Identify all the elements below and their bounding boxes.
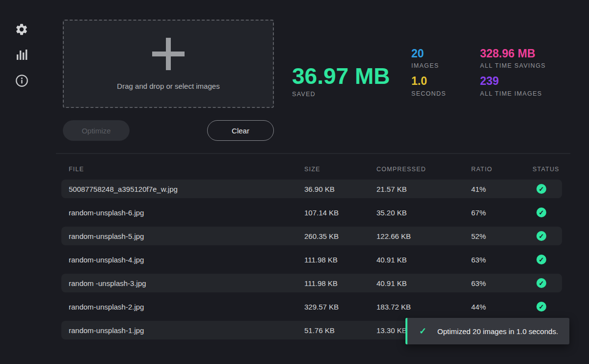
sidebar-button-settings[interactable] bbox=[14, 22, 29, 37]
bar-chart-icon bbox=[15, 49, 28, 61]
table-header-row: FILE SIZE COMPRESSED RATIO STATUS bbox=[61, 166, 562, 180]
table-header-size: SIZE bbox=[304, 166, 376, 173]
status-check-icon: ✓ bbox=[536, 208, 546, 217]
cell-compressed: 21.57 KB bbox=[376, 185, 471, 193]
cell-size: 260.35 KB bbox=[304, 232, 376, 240]
stat-images-value: 20 bbox=[411, 48, 446, 60]
table-row: random-unsplash-4.jpg 111.98 KB 40.91 KB… bbox=[61, 250, 562, 269]
cell-size: 107.14 KB bbox=[304, 208, 376, 217]
stat-column-alltime: 328.96 MB ALL TIME SAVINGS 239 ALL TIME … bbox=[480, 48, 546, 103]
table-row: random -unsplash-3.jpg 111.98 KB 40.91 K… bbox=[61, 274, 562, 292]
table-row: random-unsplash-6.jpg 107.14 KB 35.20 KB… bbox=[61, 203, 562, 222]
table-row: 50087758248_a395120f7e_w.jpg 36.90 KB 21… bbox=[61, 180, 562, 198]
stat-alltime-savings-value: 328.96 MB bbox=[480, 48, 546, 60]
table-header-status: STATUS bbox=[533, 166, 562, 173]
status-check-icon: ✓ bbox=[536, 278, 546, 288]
toast-notification: ✓ Optimized 20 images in 1.0 seconds. bbox=[405, 318, 569, 344]
cell-compressed: 40.91 KB bbox=[376, 256, 471, 264]
cell-ratio: 41% bbox=[471, 185, 533, 193]
status-check-icon: ✓ bbox=[536, 184, 546, 194]
dropzone[interactable]: Drag and drop or select images bbox=[63, 20, 274, 108]
sidebar-button-about[interactable] bbox=[14, 73, 29, 88]
plus-icon bbox=[152, 38, 185, 72]
stat-seconds-label: SECONDS bbox=[411, 90, 446, 97]
table-row: random-unsplash-2.jpg 329.57 KB 183.72 K… bbox=[61, 297, 562, 316]
cell-size: 111.98 KB bbox=[304, 279, 376, 287]
cell-size: 51.76 KB bbox=[304, 326, 376, 335]
info-icon bbox=[15, 74, 28, 87]
cell-compressed: 122.66 KB bbox=[376, 232, 471, 240]
stat-saved: 36.97 MB SAVED bbox=[292, 64, 390, 98]
cell-ratio: 67% bbox=[471, 208, 533, 217]
stat-saved-label: SAVED bbox=[292, 91, 390, 98]
sidebar bbox=[14, 22, 29, 88]
table-header-file: FILE bbox=[61, 166, 304, 173]
cell-file: random-unsplash-6.jpg bbox=[61, 208, 304, 217]
stat-images-label: IMAGES bbox=[411, 62, 446, 69]
toast-message: Optimized 20 images in 1.0 seconds. bbox=[437, 327, 558, 336]
cell-ratio: 63% bbox=[471, 279, 533, 287]
cell-file: random -unsplash-3.jpg bbox=[61, 279, 304, 287]
stat-alltime-savings-label: ALL TIME SAVINGS bbox=[480, 62, 546, 69]
stat-saved-value: 36.97 MB bbox=[292, 64, 390, 88]
cell-compressed: 35.20 KB bbox=[376, 208, 471, 217]
dropzone-label: Drag and drop or select images bbox=[117, 82, 219, 90]
stat-alltime-images-value: 239 bbox=[480, 75, 546, 87]
cell-file: random-unsplash-1.jpg bbox=[61, 326, 304, 335]
cell-file: random-unsplash-4.jpg bbox=[61, 256, 304, 264]
section-divider bbox=[56, 153, 570, 154]
stat-alltime-images-label: ALL TIME IMAGES bbox=[480, 90, 546, 97]
cell-size: 111.98 KB bbox=[304, 256, 376, 264]
gear-icon bbox=[15, 23, 28, 36]
status-check-icon: ✓ bbox=[536, 255, 546, 264]
cell-size: 36.90 KB bbox=[304, 185, 376, 193]
cell-file: random-unsplash-5.jpg bbox=[61, 232, 304, 240]
clear-button[interactable]: Clear bbox=[207, 120, 274, 141]
toast-check-icon: ✓ bbox=[419, 326, 427, 337]
table-row: random-unsplash-5.jpg 260.35 KB 122.66 K… bbox=[61, 227, 562, 245]
status-check-icon: ✓ bbox=[536, 231, 546, 241]
table-header-compressed: COMPRESSED bbox=[376, 166, 471, 173]
cell-file: random-unsplash-2.jpg bbox=[61, 303, 304, 311]
stat-column-session: 20 IMAGES 1.0 SECONDS bbox=[411, 48, 446, 103]
cell-compressed: 40.91 KB bbox=[376, 279, 471, 287]
cell-file: 50087758248_a395120f7e_w.jpg bbox=[61, 185, 304, 193]
cell-ratio: 52% bbox=[471, 232, 533, 240]
table-header-ratio: RATIO bbox=[471, 166, 533, 173]
sidebar-button-stats[interactable] bbox=[14, 47, 29, 63]
status-check-icon: ✓ bbox=[536, 302, 546, 312]
cell-ratio: 63% bbox=[471, 256, 533, 264]
cell-ratio: 44% bbox=[471, 303, 533, 311]
cell-compressed: 183.72 KB bbox=[376, 303, 471, 311]
cell-size: 329.57 KB bbox=[304, 303, 376, 311]
stat-seconds-value: 1.0 bbox=[411, 75, 446, 87]
optimize-button[interactable]: Optimize bbox=[63, 120, 130, 141]
